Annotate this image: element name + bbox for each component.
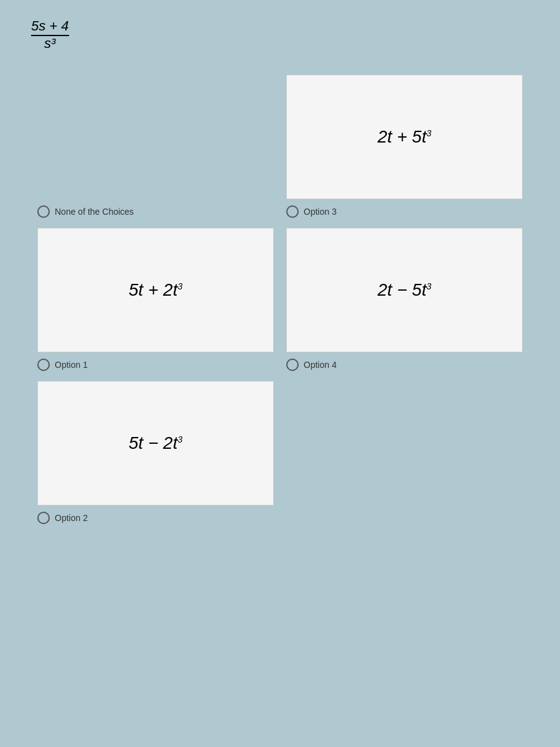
option-cell-1: 5t + 2t3 Option 1 xyxy=(31,223,280,376)
option-cell-3: 2t + 5t3 Option 3 xyxy=(280,70,529,223)
option-none-text: None of the Choices xyxy=(55,207,134,217)
expr-option4: 2t − 5t3 xyxy=(378,280,431,300)
option1-text: Option 1 xyxy=(55,360,88,370)
bottom-row: 5t − 2t3 Option 2 xyxy=(31,376,529,529)
question-formula: 5s + 4 s³ xyxy=(31,19,529,51)
option-label-2[interactable]: Option 2 xyxy=(37,512,88,524)
expr-option1: 5t + 2t3 xyxy=(129,280,182,300)
option4-text: Option 4 xyxy=(304,360,337,370)
fraction-display: 5s + 4 s³ xyxy=(31,19,69,51)
option-cell-2: 5t − 2t3 Option 2 xyxy=(31,376,280,529)
option-cell-none: None of the Choices xyxy=(31,70,280,223)
option-label-1[interactable]: Option 1 xyxy=(37,359,88,371)
answer-box-3: 2t + 5t3 xyxy=(286,75,523,199)
expr-option2: 5t − 2t3 xyxy=(129,433,182,453)
answer-box-none xyxy=(37,75,274,199)
option-label-3[interactable]: Option 3 xyxy=(286,205,337,218)
radio-none[interactable] xyxy=(37,205,50,218)
option3-text: Option 3 xyxy=(304,207,337,217)
options-grid: None of the Choices 2t + 5t3 Option 3 5t… xyxy=(31,70,529,376)
option2-text: Option 2 xyxy=(55,513,88,523)
expr-option3: 2t + 5t3 xyxy=(378,127,431,147)
option-cell-4: 2t − 5t3 Option 4 xyxy=(280,223,529,376)
answer-box-4: 2t − 5t3 xyxy=(286,228,523,352)
answer-box-2: 5t − 2t3 xyxy=(37,381,274,505)
empty-cell xyxy=(280,376,529,529)
radio-option3[interactable] xyxy=(286,205,299,218)
formula-denominator: s³ xyxy=(44,36,55,51)
radio-option4[interactable] xyxy=(286,359,299,371)
option-label-4[interactable]: Option 4 xyxy=(286,359,337,371)
formula-numerator: 5s + 4 xyxy=(31,19,69,36)
answer-box-1: 5t + 2t3 xyxy=(37,228,274,352)
radio-option2[interactable] xyxy=(37,512,50,524)
option-label-none[interactable]: None of the Choices xyxy=(37,205,134,218)
radio-option1[interactable] xyxy=(37,359,50,371)
